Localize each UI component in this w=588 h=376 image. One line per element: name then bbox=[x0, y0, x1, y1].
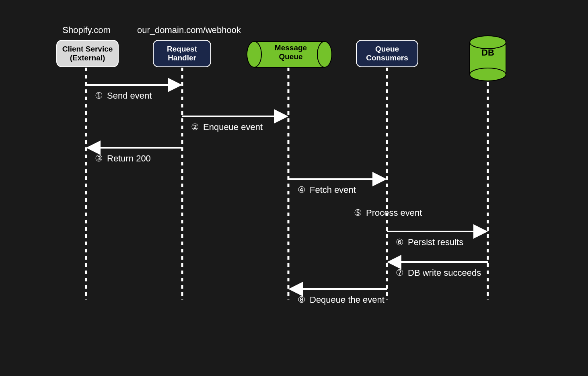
step-3-num: ③ bbox=[95, 153, 103, 164]
node-consumer-line2: Consumers bbox=[366, 54, 408, 62]
step-6-text: Persist results bbox=[408, 237, 463, 247]
step-5: ⑤Process event bbox=[354, 208, 422, 218]
step-2-num: ② bbox=[191, 122, 199, 132]
header-client: Shopify.com bbox=[60, 25, 113, 35]
header-handler: our_domain.com/webhook bbox=[133, 25, 245, 35]
step-2-text: Enqueue event bbox=[203, 122, 263, 132]
node-queue-line2: Queue bbox=[279, 52, 302, 61]
step-8-num: ⑧ bbox=[298, 295, 306, 305]
lifelines bbox=[86, 68, 488, 300]
step-4: ④Fetch event bbox=[298, 185, 356, 195]
step-8-text: Dequeue the event bbox=[310, 295, 384, 305]
step-4-num: ④ bbox=[298, 185, 306, 195]
node-handler-line2: Handler bbox=[168, 54, 196, 62]
node-db: DB bbox=[470, 48, 506, 58]
node-client: Client Service (External) bbox=[56, 40, 119, 67]
svg-point-2 bbox=[247, 41, 261, 67]
node-client-line1: Client Service bbox=[62, 45, 113, 54]
step-4-text: Fetch event bbox=[310, 185, 356, 195]
step-7-num: ⑦ bbox=[396, 268, 404, 278]
db-cylinder-icon bbox=[470, 36, 506, 81]
step-3-text: Return 200 bbox=[107, 153, 151, 163]
step-1: ①Send event bbox=[95, 91, 152, 101]
step-1-text: Send event bbox=[107, 91, 152, 101]
step-5-num: ⑤ bbox=[354, 208, 362, 218]
arrows bbox=[86, 85, 488, 289]
node-queue: Message Queue bbox=[261, 43, 321, 61]
node-consumer-line1: Queue bbox=[375, 45, 399, 54]
node-queue-line1: Message bbox=[275, 43, 307, 52]
step-7: ⑦DB write succeeds bbox=[396, 268, 481, 278]
step-6: ⑥Persist results bbox=[396, 237, 463, 248]
node-client-line2: (External) bbox=[70, 54, 105, 62]
step-5-text: Process event bbox=[366, 208, 422, 218]
sequence-diagram: Shopify.com our_domain.com/webhook Clien… bbox=[0, 0, 588, 376]
node-consumer: Queue Consumers bbox=[356, 40, 418, 67]
step-8: ⑧Dequeue the event bbox=[298, 295, 384, 305]
svg-point-5 bbox=[470, 36, 506, 49]
node-handler-line1: Request bbox=[167, 45, 197, 54]
svg-point-4 bbox=[470, 68, 506, 81]
node-handler: Request Handler bbox=[153, 40, 211, 67]
step-3: ③Return 200 bbox=[95, 153, 151, 164]
step-7-text: DB write succeeds bbox=[408, 268, 481, 278]
step-2: ②Enqueue event bbox=[191, 122, 263, 132]
step-6-num: ⑥ bbox=[396, 237, 404, 248]
step-1-num: ① bbox=[95, 91, 103, 101]
svg-rect-3 bbox=[470, 42, 506, 74]
